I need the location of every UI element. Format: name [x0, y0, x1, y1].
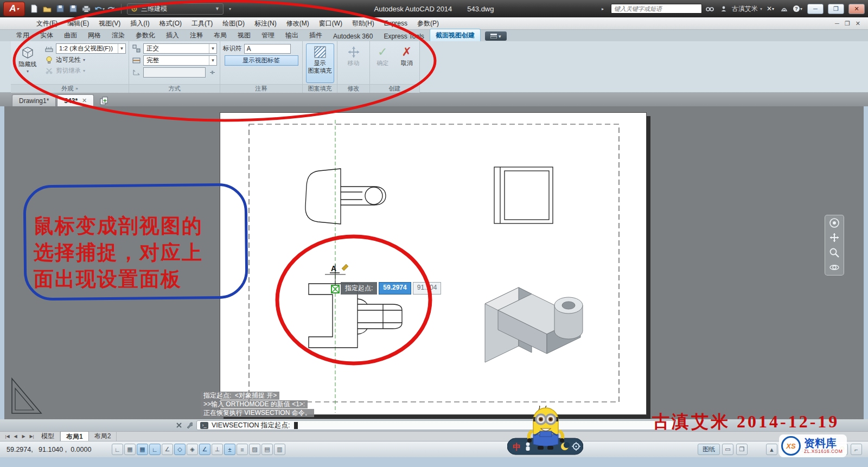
tooltip-x-field[interactable]: 59.2974 [379, 282, 411, 295]
next-layout-icon[interactable]: ▶ [20, 433, 28, 440]
identifier-input[interactable] [244, 44, 291, 54]
search-binoculars-icon[interactable] [705, 3, 716, 14]
tab-model[interactable]: 模型 [36, 431, 60, 442]
menu-parameters[interactable]: 参数(P) [412, 17, 444, 29]
panel-annotation-footer[interactable]: 注释 [220, 84, 302, 93]
doc-minimize-icon[interactable]: ─ [835, 20, 839, 27]
cancel-button[interactable]: ✗ 取消 [397, 43, 417, 83]
transparency-toggle[interactable]: ▨ [249, 444, 260, 455]
command-input[interactable]: ›_ VIEWSECTION 指定起点: [196, 420, 674, 430]
prev-layout-icon[interactable]: ◀ [11, 433, 20, 440]
tab-autodesk-360[interactable]: Autodesk 360 [328, 31, 378, 41]
redo-icon[interactable]: ▾ [106, 3, 118, 14]
sign-in-icon[interactable] [718, 3, 729, 14]
depth-distance-input[interactable] [143, 67, 206, 78]
file-tab-543[interactable]: 543*✕ [57, 94, 94, 106]
workspace-dropdown[interactable]: 三维建模 ▼ [127, 3, 224, 15]
close-button[interactable]: ✕ [848, 4, 865, 14]
tab-layout1[interactable]: 布局1 [60, 431, 89, 442]
pan-icon[interactable] [829, 232, 840, 243]
grid-display-toggle[interactable]: ▦ [137, 444, 148, 455]
paper-space-button[interactable]: 图纸 [698, 444, 720, 455]
tab-solid[interactable]: 实体 [35, 29, 59, 41]
tab-mesh[interactable]: 网格 [82, 29, 106, 41]
menu-insert[interactable]: 插入(I) [125, 17, 154, 29]
menu-help[interactable]: 帮助(H) [347, 17, 379, 29]
tab-annotate[interactable]: 注释 [184, 29, 208, 41]
tab-parametric[interactable]: 参数化 [130, 29, 161, 41]
doc-close-icon[interactable]: ✕ [856, 20, 860, 27]
menu-express[interactable]: Express [379, 17, 412, 29]
exchange-apps-icon[interactable]: ✕▾ [765, 3, 776, 14]
help-icon[interactable]: ?▾ [792, 3, 803, 14]
steering-wheel-icon[interactable] [829, 217, 840, 228]
edge-visibility-button[interactable]: 边可见性 ▾ [44, 55, 126, 65]
dynamic-ucs-toggle[interactable]: ⊥ [212, 444, 223, 455]
tab-output[interactable]: 输出 [280, 29, 304, 41]
first-layout-icon[interactable]: |◀ [3, 433, 11, 440]
method-type-dropdown[interactable]: 正交▼ [143, 43, 217, 54]
panel-hatch-footer[interactable]: 图案填充 [303, 84, 337, 93]
menu-tools[interactable]: 工具(T) [187, 17, 218, 29]
new-drawing-tab-button[interactable] [98, 95, 110, 106]
quick-view-layouts-icon[interactable]: ▭ [722, 444, 733, 455]
annotation-visibility-icon[interactable]: ▲ [766, 444, 777, 455]
infocenter-collapse-icon[interactable]: ▸ [597, 3, 608, 14]
minimize-button[interactable]: ─ [807, 4, 824, 14]
object-snap-tracking-toggle[interactable]: ∠ [199, 444, 210, 455]
drawing-canvas[interactable]: A 指定起点: 59.2974 91.104 指定起点: <对象捕捉 开> >>… [4, 106, 864, 419]
undo-icon[interactable]: ▾ [93, 3, 105, 14]
doc-restore-icon[interactable]: ❐ [845, 20, 850, 27]
plot-icon[interactable] [80, 3, 92, 14]
new-file-icon[interactable] [28, 3, 40, 14]
menu-view[interactable]: 视图(V) [94, 17, 125, 29]
save-icon[interactable] [54, 3, 66, 14]
depth-dropdown[interactable]: 完整▼ [143, 55, 217, 66]
quick-view-drawings-icon[interactable]: ❐ [736, 444, 748, 455]
panel-method-footer[interactable]: 方式 [129, 84, 220, 93]
ok-button[interactable]: ✓ 确定 [373, 43, 393, 83]
panel-modify-footer[interactable]: 修改 [337, 84, 369, 93]
tab-layout[interactable]: 布局 [208, 29, 232, 41]
restore-button[interactable]: ❐ [828, 4, 844, 14]
hidden-lines-button[interactable]: 隐藏线 ▾ [14, 43, 42, 83]
ribbon-display-options-button[interactable]: ▾ [485, 31, 507, 41]
tab-surface[interactable]: 曲面 [59, 29, 82, 41]
open-folder-icon[interactable] [41, 3, 53, 14]
user-account-button[interactable]: 古滇艾米▾ [732, 4, 762, 14]
menu-file[interactable]: 文件(F) [31, 17, 62, 29]
dynamic-input-toggle[interactable]: ± [224, 444, 235, 455]
tooltip-y-field[interactable]: 91.104 [413, 282, 442, 295]
3d-object-snap-toggle[interactable]: ◈ [187, 444, 198, 455]
tab-plugins[interactable]: 插件 [304, 29, 328, 41]
tab-section-view-creation[interactable]: 截面视图创建 [430, 29, 481, 41]
search-input[interactable] [611, 4, 702, 14]
object-snap-toggle[interactable]: ◇ [174, 444, 186, 455]
menu-modify[interactable]: 修改(M) [282, 17, 314, 29]
communication-center-icon[interactable] [778, 3, 789, 14]
snap-mode-toggle[interactable]: ▦ [124, 444, 136, 455]
clean-screen-icon[interactable]: ⌐ [851, 444, 862, 455]
infer-constraints-toggle[interactable]: ∟ [112, 444, 123, 455]
tab-layout2[interactable]: 布局2 [89, 431, 117, 442]
panel-appearance-footer[interactable]: 外观» [11, 84, 129, 93]
lineweight-toggle[interactable]: ≡ [237, 444, 248, 455]
menu-edit[interactable]: 编辑(E) [62, 17, 94, 29]
ortho-mode-toggle[interactable]: ∟ [149, 444, 161, 455]
quick-properties-toggle[interactable]: ▤ [261, 444, 273, 455]
tab-home[interactable]: 常用 [11, 29, 35, 41]
qat-more-icon[interactable]: ▾ [224, 3, 236, 14]
tab-express-tools[interactable]: Express Tools [378, 31, 429, 41]
last-layout-icon[interactable]: ▶| [28, 433, 36, 440]
panel-create-footer[interactable]: 创建 [370, 84, 419, 93]
show-view-label-button[interactable]: 显示视图标签 [225, 55, 298, 66]
selection-cycling-toggle[interactable]: ▥ [274, 444, 285, 455]
cut-inheritance-button[interactable]: 剪切继承 ▾ [44, 66, 126, 75]
scale-dropdown[interactable]: 1:2 (来自父视图(F))▼ [56, 43, 126, 54]
menu-window[interactable]: 窗口(W) [314, 17, 347, 29]
layout-paper[interactable]: A [220, 112, 647, 415]
slider-icon[interactable] [208, 68, 217, 77]
file-tab-drawing1[interactable]: Drawing1* [12, 94, 56, 106]
tab-manage[interactable]: 管理 [256, 29, 280, 41]
command-customize-icon[interactable] [183, 421, 194, 430]
